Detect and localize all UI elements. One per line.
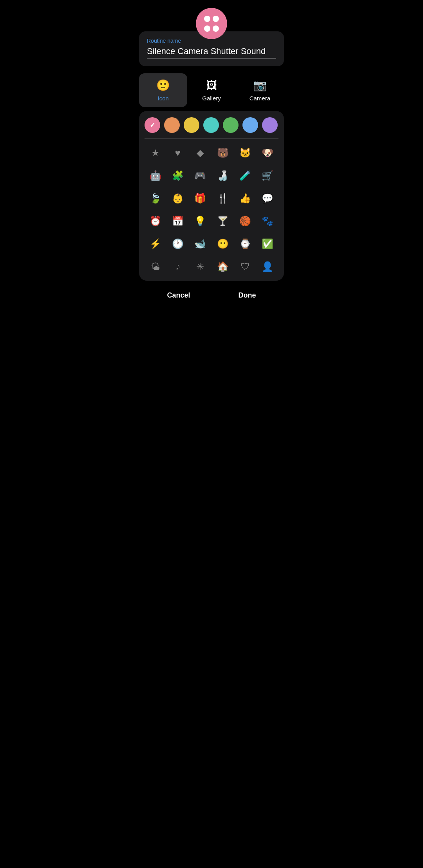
icon-cell-bulb[interactable]: 💡 (190, 211, 210, 231)
icon-cell-gift[interactable]: 🎁 (190, 188, 210, 209)
image-source-row: 🙂 Icon 🖼 Gallery 📷 Camera (139, 73, 284, 107)
source-item-gallery[interactable]: 🖼 Gallery (187, 73, 235, 107)
icon-cell-bottles[interactable]: 🍶 (213, 165, 233, 186)
icon-cell-music[interactable]: ♪ (168, 256, 188, 277)
icon-cell-whale[interactable]: 🐋 (190, 234, 210, 254)
color-dot-purple[interactable] (262, 117, 278, 133)
icon-cell-person-settings[interactable]: 👤 (258, 256, 278, 277)
icon-cell-clock[interactable]: 🕐 (168, 234, 188, 254)
icon-cell-cocktail[interactable]: 🍸 (213, 211, 233, 231)
icon-cell-watch[interactable]: ⌚ (235, 234, 255, 254)
icon-cell-paw[interactable]: 🐾 (258, 211, 278, 231)
source-item-camera[interactable]: 📷 Camera (236, 73, 284, 107)
selected-check-icon: ✓ (150, 121, 155, 129)
icon-cell-chat[interactable]: 💬 (258, 188, 278, 209)
icon-cell-cart[interactable]: 🛒 (258, 165, 278, 186)
icon-cell-star[interactable]: ★ (145, 143, 165, 163)
color-dot-orange[interactable] (164, 117, 180, 133)
icon-cell-home-shield[interactable]: 🏠 (213, 256, 233, 277)
icon-cell-hub[interactable]: ✳ (190, 256, 210, 277)
icon-cell-basketball[interactable]: 🏀 (235, 211, 255, 231)
icon-cell-fork-knife[interactable]: 🍴 (213, 188, 233, 209)
icon-cell-calendar[interactable]: 📅 (168, 211, 188, 231)
icon-cell-alarm[interactable]: ⏰ (145, 211, 165, 231)
dot4 (213, 25, 219, 32)
icon-cell-robot[interactable]: 🤖 (145, 165, 165, 186)
icon-cell-gamepad[interactable]: 🎮 (190, 165, 210, 186)
icon-cell-cat[interactable]: 🐱 (235, 143, 255, 163)
camera-icon: 📷 (253, 79, 267, 92)
app-icon[interactable] (196, 8, 227, 39)
icon-cell-sun[interactable]: 🌤 (145, 256, 165, 277)
color-dot-pink[interactable]: ✓ (145, 117, 160, 133)
icon-cell-face[interactable]: 😶 (213, 234, 233, 254)
source-label-icon: Icon (157, 95, 168, 102)
icon-cell-bear[interactable]: 🐻 (213, 143, 233, 163)
dot3 (204, 25, 210, 32)
color-row: ✓ (145, 117, 278, 133)
icon-cell-thumbsup[interactable]: 👍 (235, 188, 255, 209)
picker-section: ✓ ★♥◆🐻🐱🐶🤖🧩🎮🍶🧪🛒🍃👶🎁🍴👍💬⏰📅💡🍸🏀🐾⚡🕐🐋😶⌚✅🌤♪✳🏠🛡👤 (139, 111, 284, 281)
icon-emoji-icon: 🙂 (156, 79, 170, 92)
source-item-icon[interactable]: 🙂 Icon (139, 73, 187, 107)
source-label-gallery: Gallery (202, 95, 221, 102)
color-divider (145, 138, 278, 139)
icon-cell-dog[interactable]: 🐶 (258, 143, 278, 163)
icon-cell-bluetooth[interactable]: ⚡ (145, 234, 165, 254)
cancel-button[interactable]: Cancel (151, 288, 206, 303)
icon-cell-leaf[interactable]: 🍃 (145, 188, 165, 209)
dot2 (213, 16, 219, 22)
routine-name-input[interactable] (147, 46, 276, 58)
icon-cell-diamond[interactable]: ◆ (190, 143, 210, 163)
color-dot-green[interactable] (223, 117, 239, 133)
source-label-camera: Camera (249, 95, 270, 102)
bottom-bar: Cancel Done (135, 281, 288, 314)
done-button[interactable]: Done (223, 288, 272, 303)
icon-cell-flask[interactable]: 🧪 (235, 165, 255, 186)
color-dot-blue[interactable] (242, 117, 258, 133)
icon-cell-shield-person[interactable]: 🛡 (235, 256, 255, 277)
color-dot-teal[interactable] (203, 117, 219, 133)
gallery-icon: 🖼 (206, 79, 217, 92)
icon-cell-heart[interactable]: ♥ (168, 143, 188, 163)
icon-cell-baby[interactable]: 👶 (168, 188, 188, 209)
icon-cell-puzzle[interactable]: 🧩 (168, 165, 188, 186)
dot1 (204, 16, 210, 22)
icon-grid: ★♥◆🐻🐱🐶🤖🧩🎮🍶🧪🛒🍃👶🎁🍴👍💬⏰📅💡🍸🏀🐾⚡🕐🐋😶⌚✅🌤♪✳🏠🛡👤 (145, 143, 278, 277)
color-dot-yellow[interactable] (184, 117, 199, 133)
icon-cell-check-circle[interactable]: ✅ (258, 234, 278, 254)
